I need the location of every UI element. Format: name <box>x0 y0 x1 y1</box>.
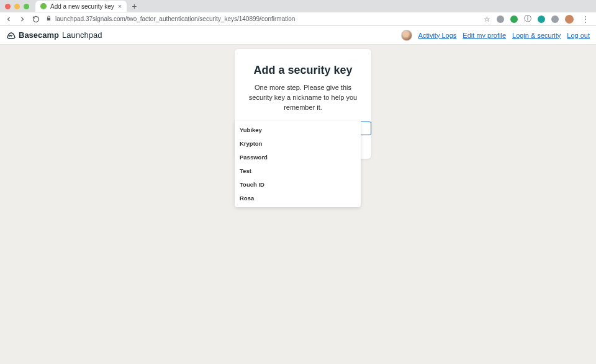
autocomplete-option[interactable]: Touch ID <box>235 178 361 191</box>
back-button[interactable] <box>5 16 12 23</box>
url-text: launchpad.37signals.com/two_factor_authe… <box>55 16 295 22</box>
new-tab-button[interactable]: + <box>132 1 137 11</box>
card-title: Add a security key <box>247 64 359 77</box>
page-content: Add a security key One more step. Please… <box>0 45 596 364</box>
extension-icon[interactable] <box>551 16 559 23</box>
autocomplete-option[interactable]: Rosa <box>235 192 361 205</box>
brand-text: Basecamp <box>19 30 59 40</box>
tab-bar: Add a new security key × + <box>0 0 596 12</box>
autocomplete-option[interactable]: Test <box>235 164 361 177</box>
extension-icon[interactable] <box>538 16 545 23</box>
app-header: Basecamp Launchpad Activity Logs Edit my… <box>0 26 596 45</box>
extension-icon[interactable]: ⓘ <box>524 14 531 24</box>
autocomplete-option[interactable]: Password <box>235 151 361 164</box>
header-nav: Activity Logs Edit my profile Login & se… <box>401 30 590 41</box>
favicon-icon <box>40 3 47 9</box>
browser-tab[interactable]: Add a new security key × <box>35 1 127 12</box>
activity-logs-link[interactable]: Activity Logs <box>418 32 457 39</box>
autocomplete-option[interactable]: Yubikey <box>235 123 361 136</box>
bookmark-icon[interactable]: ☆ <box>484 15 490 24</box>
browser-chrome: Add a new security key × + launchpad.37s… <box>0 0 596 26</box>
autocomplete-dropdown: Yubikey Krypton Password Test Touch ID R… <box>235 121 361 207</box>
profile-avatar[interactable] <box>565 15 574 24</box>
product-text: Launchpad <box>62 30 102 40</box>
logout-link[interactable]: Log out <box>567 32 590 39</box>
extension-icon[interactable] <box>510 16 518 23</box>
autocomplete-option[interactable]: Krypton <box>235 137 361 150</box>
maximize-window-button[interactable] <box>24 4 29 9</box>
login-security-link[interactable]: Login & security <box>512 32 561 39</box>
minimize-window-button[interactable] <box>14 4 20 9</box>
url-field[interactable]: launchpad.37signals.com/two_factor_authe… <box>46 16 477 22</box>
lock-icon <box>46 16 52 22</box>
card-subtitle: One more step. Please give this security… <box>247 83 359 113</box>
edit-profile-link[interactable]: Edit my profile <box>463 32 506 39</box>
reload-button[interactable] <box>32 16 40 23</box>
forward-button[interactable] <box>19 16 26 23</box>
close-window-button[interactable] <box>5 4 11 9</box>
user-avatar[interactable] <box>401 30 412 41</box>
address-bar: launchpad.37signals.com/two_factor_authe… <box>0 12 596 26</box>
basecamp-logo-icon <box>6 30 16 40</box>
extension-icon[interactable] <box>497 16 504 23</box>
window-controls <box>5 4 29 9</box>
logo[interactable]: Basecamp Launchpad <box>6 30 102 40</box>
toolbar-right: ☆ ⓘ ⋮ <box>484 14 591 24</box>
browser-menu-icon[interactable]: ⋮ <box>580 15 591 24</box>
close-tab-icon[interactable]: × <box>118 2 122 10</box>
tab-title: Add a new security key <box>50 3 114 10</box>
